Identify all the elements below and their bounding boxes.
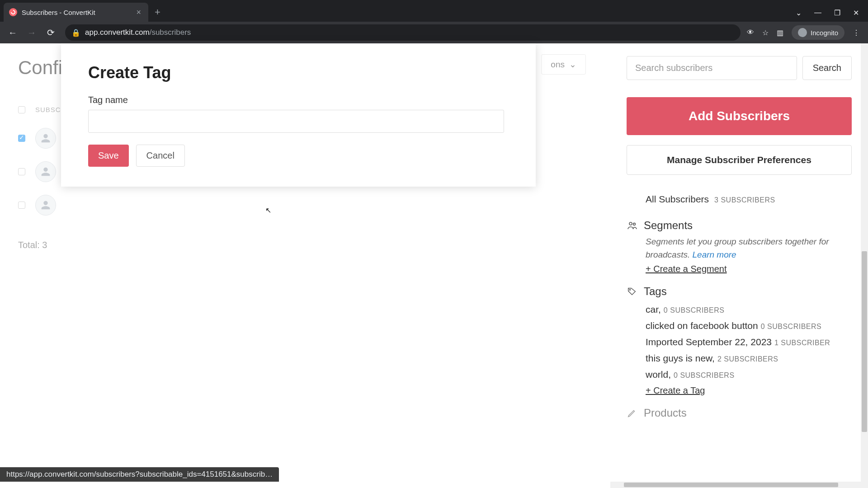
tags-label: Tags — [644, 285, 667, 298]
window-minimize-icon[interactable]: — — [814, 9, 821, 17]
segments-desc: Segments let you group subscribers toget… — [627, 235, 852, 261]
row-checkbox[interactable] — [18, 202, 25, 209]
tracking-blocked-icon[interactable]: 👁 — [747, 28, 754, 37]
tab-favicon — [9, 8, 17, 16]
pen-icon — [627, 408, 637, 418]
products-label: Products — [644, 407, 687, 419]
tag-meta: 1 SUBSCRIBER — [774, 339, 830, 347]
scrollbar-horizontal[interactable] — [610, 482, 861, 488]
browser-tab[interactable]: Subscribers - ConvertKit × — [4, 3, 148, 22]
segments-label: Segments — [644, 219, 693, 232]
create-tag-link[interactable]: + Create a Tag — [627, 385, 705, 396]
tag-name: this guys is new, — [646, 353, 715, 363]
url-text: app.convertkit.com/subscribers — [85, 28, 191, 37]
nav-back-button[interactable]: ← — [5, 24, 21, 41]
tag-name: clicked on facebook button — [646, 320, 758, 331]
tag-name: Imported September 22, 2023 — [646, 337, 772, 347]
col-subscriber-label: SUBSC — [35, 106, 61, 113]
mouse-cursor: ↖ — [265, 206, 271, 215]
filter-all-subscribers[interactable]: All Subscribers 3 SUBSCRIBERS — [627, 190, 852, 208]
scrollbar-vertical[interactable] — [861, 43, 868, 488]
tag-item[interactable]: car,0 SUBSCRIBERS — [627, 301, 852, 318]
segments-heading: Segments — [627, 219, 852, 232]
tag-meta: 0 SUBSCRIBERS — [761, 323, 822, 330]
url-bar[interactable]: 🔒 app.convertkit.com/subscribers — [65, 24, 741, 41]
people-icon — [627, 220, 637, 231]
svg-point-0 — [629, 222, 632, 225]
lock-icon: 🔒 — [71, 28, 80, 37]
search-button[interactable]: Search — [802, 56, 852, 80]
bulk-actions-dropdown[interactable]: ons ⌄ — [541, 54, 586, 75]
add-subscribers-button[interactable]: Add Subscribers — [627, 97, 852, 135]
browser-tab-strip: Subscribers - ConvertKit × + ⌄ — ❐ ✕ — [0, 0, 868, 22]
tag-meta: 0 SUBSCRIBERS — [674, 371, 735, 379]
new-tab-button[interactable]: + — [148, 3, 167, 22]
tag-name-input[interactable] — [88, 110, 504, 133]
filter-meta: 3 SUBSCRIBERS — [714, 196, 775, 204]
browser-toolbar: ← → ⟳ 🔒 app.convertkit.com/subscribers 👁… — [0, 22, 868, 43]
tag-name: car, — [646, 304, 661, 314]
window-maximize-icon[interactable]: ❐ — [834, 9, 840, 17]
tags-heading: Tags — [627, 285, 852, 298]
tab-search-icon[interactable]: ⌄ — [796, 9, 802, 17]
tag-item[interactable]: this guys is new,2 SUBSCRIBERS — [627, 350, 852, 366]
tag-item[interactable]: Imported September 22, 20231 SUBSCRIBER — [627, 334, 852, 350]
incognito-icon — [798, 28, 807, 37]
kebab-menu-icon[interactable]: ⋮ — [853, 28, 860, 37]
tag-meta: 2 SUBSCRIBERS — [717, 355, 778, 363]
table-row[interactable] — [18, 188, 592, 222]
filter-label: All Subscribers — [646, 194, 709, 205]
total-count: Total: 3 — [18, 240, 592, 250]
svg-point-2 — [629, 289, 630, 290]
tag-item[interactable]: world,0 SUBSCRIBERS — [627, 366, 852, 383]
create-tag-modal: Create Tag Tag name Save Cancel — [61, 43, 536, 187]
avatar — [35, 128, 56, 149]
save-button[interactable]: Save — [88, 145, 129, 167]
tag-name: world, — [646, 369, 671, 380]
manage-preferences-button[interactable]: Manage Subscriber Preferences — [627, 145, 852, 175]
nav-reload-button[interactable]: ⟳ — [42, 24, 59, 41]
tag-item[interactable]: clicked on facebook button0 SUBSCRIBERS — [627, 318, 852, 334]
cancel-button[interactable]: Cancel — [136, 145, 185, 167]
avatar — [35, 161, 56, 182]
tag-icon — [627, 286, 637, 297]
tag-name-label: Tag name — [88, 95, 509, 105]
tag-meta: 0 SUBSCRIBERS — [664, 306, 725, 314]
select-all-checkbox[interactable] — [18, 106, 25, 113]
bookmark-icon[interactable]: ☆ — [762, 28, 769, 37]
search-input[interactable] — [627, 56, 797, 80]
avatar — [35, 195, 56, 216]
window-close-icon[interactable]: ✕ — [853, 9, 859, 17]
right-sidebar: Search Add Subscribers Manage Subscriber… — [610, 43, 868, 488]
row-checkbox[interactable] — [18, 135, 25, 142]
row-checkbox[interactable] — [18, 168, 25, 175]
products-heading: Products — [627, 407, 852, 419]
tab-title: Subscribers - ConvertKit — [22, 9, 130, 16]
create-segment-link[interactable]: + Create a Segment — [627, 264, 727, 274]
bulk-actions-label: ons — [551, 60, 565, 70]
window-controls: ⌄ — ❐ ✕ — [796, 9, 868, 22]
tab-close-icon[interactable]: × — [134, 8, 143, 17]
svg-point-1 — [633, 223, 636, 225]
nav-forward-button[interactable]: → — [24, 24, 40, 41]
incognito-label: Incognito — [811, 29, 838, 37]
incognito-badge: Incognito — [792, 25, 844, 40]
side-panel-icon[interactable]: ▥ — [777, 28, 783, 37]
modal-title: Create Tag — [88, 63, 509, 82]
learn-more-link[interactable]: Learn more — [693, 250, 736, 259]
status-bar: https://app.convertkit.com/subscribers?s… — [0, 467, 279, 482]
chevron-down-icon: ⌄ — [569, 59, 576, 70]
